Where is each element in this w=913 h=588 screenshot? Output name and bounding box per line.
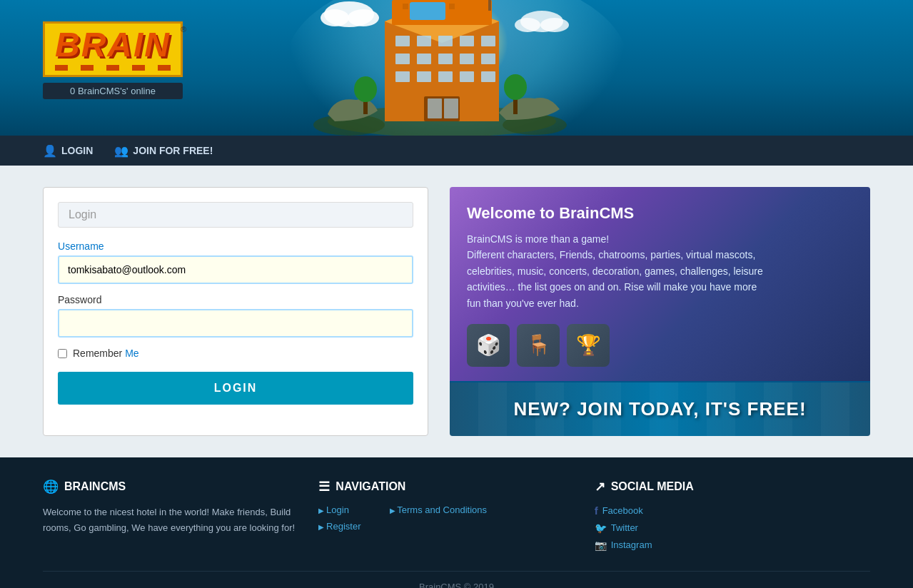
nav-join[interactable]: 👥 JOIN FOR FREE! [114,144,213,158]
footer: 🌐 BRAINCMS Welcome to the nicest hotel i… [0,457,913,588]
svg-point-29 [321,9,349,26]
username-input[interactable] [58,255,413,284]
trademark-icon: ® [181,25,186,34]
svg-rect-6 [438,36,453,46]
facebook-icon: f [595,505,598,517]
svg-rect-16 [438,71,453,82]
welcome-description: BrainCMS is more than a game!Different c… [467,231,767,311]
svg-rect-10 [417,54,431,64]
twitter-link[interactable]: Twitter [611,522,638,533]
join-banner[interactable]: NEW? JOIN TODAY, IT'S FREE! [450,381,870,436]
welcome-box: Welcome to BrainCMS BrainCMS is more tha… [450,187,870,381]
username-label-u: U [58,240,65,252]
navbar: 👤 LOGIN 👥 JOIN FOR FREE! [0,136,913,166]
footer-brand-title: 🌐 BRAINCMS [43,479,318,495]
me-span: Me [125,348,138,359]
login-button[interactable]: LOGIN [58,372,413,405]
footer-nav-links: Login Register Terms and Conditions [318,505,594,537]
logo-area: ® BRAIN 0 BrainCMS's' online [43,21,183,99]
brand-icon: 🌐 [43,479,59,495]
svg-rect-7 [460,36,474,46]
svg-point-35 [354,76,377,102]
footer-copyright: BrainCMS © 2019 [43,571,870,588]
join-icon: 👥 [114,144,128,158]
footer-nav-col2: Terms and Conditions [390,505,488,537]
username-label-rest: sername [65,240,104,252]
game-icon-3: 🏆 [567,324,610,367]
hotel-illustration [292,0,592,136]
facebook-row: f Facebook [595,505,870,517]
svg-rect-22 [449,4,455,9]
footer-nav-title: ☰ NAVIGATION [318,479,594,495]
nav-join-label: JOIN FOR FREE! [133,145,213,156]
password-label: Password [58,294,413,305]
instagram-row: 📷 Instagram [595,539,870,551]
footer-columns: 🌐 BRAINCMS Welcome to the nicest hotel i… [43,479,870,557]
online-badge: 0 BrainCMS's' online [43,83,183,99]
welcome-icons: 🎲 🪑 🏆 [467,324,856,367]
password-input[interactable] [58,309,413,338]
remember-row: Remember Me [58,348,413,359]
join-banner-text: NEW? JOIN TODAY, IT'S FREE! [471,398,849,420]
footer-link-login[interactable]: Login [318,505,360,515]
svg-point-30 [348,9,379,26]
game-icon-1: 🎲 [467,324,510,367]
instagram-link[interactable]: Instagram [611,539,652,550]
nav-login[interactable]: 👤 LOGIN [43,144,93,158]
svg-rect-5 [417,36,431,46]
svg-point-33 [540,18,569,32]
social-links-list: f Facebook 🐦 Twitter 📷 Instagram [595,505,870,551]
footer-brand-col: 🌐 BRAINCMS Welcome to the nicest hotel i… [43,479,318,557]
twitter-row: 🐦 Twitter [595,522,870,534]
username-label: Username [58,240,413,252]
logo-stripes [55,65,171,71]
logo-text: BRAIN [55,28,171,62]
twitter-icon: 🐦 [595,522,607,534]
facebook-link[interactable]: Facebook [602,505,643,516]
footer-social-col: ↗ SOCIAL MEDIA f Facebook 🐦 Twitter 📷 In… [595,479,870,557]
header: ® BRAIN 0 BrainCMS's' online [0,0,913,136]
footer-nav-col: ☰ NAVIGATION Login Register Terms and Co… [318,479,594,557]
social-icon: ↗ [595,479,605,495]
logo-box: ® BRAIN [43,21,183,77]
svg-rect-11 [438,54,453,64]
social-title-text: SOCIAL MEDIA [611,480,694,493]
svg-point-37 [504,74,527,100]
svg-rect-14 [395,71,410,82]
brand-title-text: BRAINCMS [64,480,126,493]
svg-point-32 [515,18,540,32]
footer-nav-col1: Login Register [318,505,360,537]
login-icon: 👤 [43,144,57,158]
svg-rect-27 [444,98,458,118]
hotel-svg [292,0,592,136]
nav-icon: ☰ [318,479,330,495]
svg-rect-8 [481,36,495,46]
footer-link-terms[interactable]: Terms and Conditions [390,505,488,515]
login-title: Login [58,202,413,228]
remember-checkbox[interactable] [58,349,67,358]
footer-social-title: ↗ SOCIAL MEDIA [595,479,870,495]
welcome-panel: Welcome to BrainCMS BrainCMS is more tha… [450,187,870,436]
svg-rect-21 [403,4,408,9]
nav-login-label: LOGIN [61,145,93,156]
svg-rect-17 [460,71,474,82]
login-panel: Login Username Password Remember Me LOGI… [43,187,428,436]
svg-rect-4 [395,36,410,46]
svg-rect-18 [481,71,495,82]
svg-rect-23 [488,0,491,11]
footer-brand-description: Welcome to the nicest hotel in the world… [43,505,318,536]
remember-label: Remember Me [73,348,139,359]
svg-rect-13 [481,54,495,64]
svg-rect-20 [410,2,445,20]
game-icon-2: 🪑 [517,324,560,367]
footer-link-register[interactable]: Register [318,521,360,532]
svg-rect-15 [417,71,431,82]
svg-rect-9 [395,54,410,64]
instagram-icon: 📷 [595,539,607,551]
nav-title-text: NAVIGATION [336,480,405,493]
svg-rect-12 [460,54,474,64]
main-content: Login Username Password Remember Me LOGI… [0,166,913,457]
svg-rect-26 [428,98,442,118]
welcome-title: Welcome to BrainCMS [467,204,856,223]
